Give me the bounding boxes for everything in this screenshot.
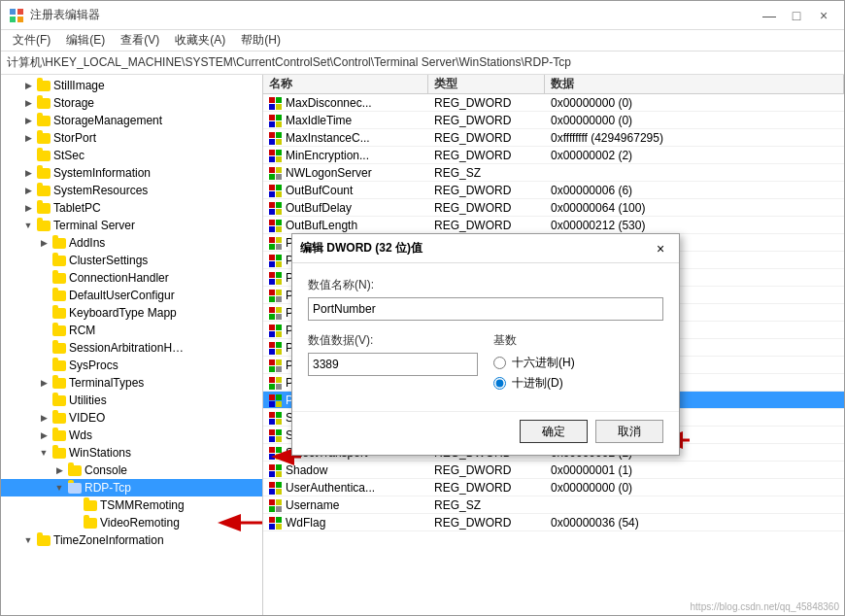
tree-label: StillImage	[53, 79, 105, 92]
tree-node-terminalserver[interactable]: ▼ Terminal Server	[1, 217, 262, 234]
col-header-type[interactable]: 类型	[428, 75, 545, 93]
value-label: 数值数据(V):	[308, 332, 478, 349]
minimize-button[interactable]: —	[757, 5, 782, 26]
expand-icon	[36, 288, 51, 303]
tree-node-stsec[interactable]: StSec	[1, 147, 262, 164]
tree-node-connectionhandler[interactable]: ConnectionHandler	[1, 269, 262, 287]
address-path: 计算机\HKEY_LOCAL_MACHINE\SYSTEM\CurrentCon…	[7, 54, 571, 71]
tree-node-stillimage[interactable]: ▶ StillImage	[1, 77, 262, 94]
dialog-close-button[interactable]: ×	[650, 238, 671, 259]
tree-label: TerminalTypes	[69, 376, 144, 390]
menu-edit[interactable]: 编辑(E)	[58, 30, 113, 51]
tree-node-video[interactable]: ▶ VIDEO	[1, 409, 262, 427]
tree-node-storage[interactable]: ▶ Storage	[1, 94, 262, 112]
expand-icon: ▶	[51, 462, 67, 478]
tree-node-sessionarbitration[interactable]: SessionArbitrationH…	[1, 339, 262, 357]
reg-row-username[interactable]: Username REG_SZ	[263, 496, 844, 514]
edit-dword-dialog: 编辑 DWORD (32 位)值 × 数值名称(N): 数值数据(V): 基数 …	[291, 233, 680, 456]
dec-radio[interactable]	[493, 377, 506, 390]
reg-row-nwlogonserver[interactable]: NWLogonServer REG_SZ	[263, 164, 844, 182]
cancel-button[interactable]: 取消	[595, 420, 663, 443]
title-controls: — □ ×	[757, 5, 836, 26]
folder-icon	[36, 78, 51, 93]
dec-radio-label[interactable]: 十进制(D)	[493, 375, 663, 392]
tree-label: Storage	[53, 96, 94, 110]
ok-button[interactable]: 确定	[520, 420, 588, 443]
value-input[interactable]	[308, 353, 478, 376]
expand-icon: ▶	[20, 165, 36, 181]
expand-icon	[36, 253, 51, 268]
tree-node-videoremoting[interactable]: VideoRemoting	[1, 514, 262, 531]
reg-row-maxinstancec[interactable]: MaxInstanceC... REG_DWORD 0xffffffff (42…	[263, 129, 844, 147]
tree-node-sysprocs[interactable]: SysProcs	[1, 357, 262, 374]
tree-node-clustersettings[interactable]: ClusterSettings	[1, 252, 262, 269]
tree-node-tsmmremoting[interactable]: TSMMRemoting	[1, 496, 262, 514]
menu-view[interactable]: 查看(V)	[113, 30, 167, 51]
menu-favorites[interactable]: 收藏夹(A)	[167, 30, 233, 51]
tree-node-winstations[interactable]: ▼ WinStations	[1, 444, 262, 462]
folder-icon	[36, 200, 51, 216]
tree-node-keyboardtype[interactable]: KeyboardType Mapp	[1, 304, 262, 322]
folder-icon	[51, 323, 67, 338]
tree-node-rcm[interactable]: RCM	[1, 322, 262, 339]
expand-icon: ▼	[20, 532, 36, 548]
maximize-button[interactable]: □	[784, 5, 809, 26]
tree-node-storagemanagement[interactable]: ▶ StorageManagement	[1, 112, 262, 129]
expand-icon: ▶	[20, 130, 36, 146]
expand-icon	[36, 270, 51, 286]
tree-label: ClusterSettings	[69, 254, 148, 267]
tree-label: AddIns	[69, 236, 105, 250]
reg-row-userauthentication[interactable]: UserAuthentica... REG_DWORD 0x00000000 (…	[263, 479, 844, 496]
reg-row-minencryption[interactable]: MinEncryption... REG_DWORD 0x00000002 (2…	[263, 147, 844, 164]
tree-node-utilities[interactable]: Utilities	[1, 392, 262, 409]
expand-icon	[67, 497, 83, 513]
tree-node-console[interactable]: ▶ Console	[1, 462, 262, 479]
hex-radio[interactable]	[493, 357, 506, 369]
reg-row-outbuflength[interactable]: OutBufLength REG_DWORD 0x00000212 (530)	[263, 217, 844, 234]
tree-label: RDP-Tcp	[84, 481, 131, 495]
tree-node-wds[interactable]: ▶ Wds	[1, 427, 262, 444]
expand-icon: ▼	[51, 480, 67, 496]
reg-row-maxidletime[interactable]: MaxIdleTime REG_DWORD 0x00000000 (0)	[263, 112, 844, 129]
reg-row-shadow[interactable]: Shadow REG_DWORD 0x00000001 (1)	[263, 462, 844, 479]
reg-row-maxdisconnec[interactable]: MaxDisconnec... REG_DWORD 0x00000000 (0)	[263, 94, 844, 112]
svg-rect-2	[10, 17, 16, 22]
col-header-data[interactable]: 数据	[545, 75, 844, 93]
tree-node-rdptcp[interactable]: ▼ RDP-Tcp	[1, 479, 262, 496]
folder-open-icon	[36, 218, 51, 233]
dialog-body: 数值名称(N): 数值数据(V): 基数 十六进制(H)	[292, 263, 679, 411]
tree-node-systeminfo[interactable]: ▶ SystemInformation	[1, 164, 262, 182]
tree-label: SystemResources	[53, 184, 148, 197]
expand-icon: ▶	[36, 428, 51, 443]
tree-node-addins[interactable]: ▶ AddIns	[1, 234, 262, 252]
reg-row-wdflag[interactable]: WdFlag REG_DWORD 0x00000036 (54)	[263, 514, 844, 531]
menu-help[interactable]: 帮助(H)	[233, 30, 288, 51]
name-input[interactable]	[308, 297, 663, 321]
tree-node-tabletpc[interactable]: ▶ TabletPC	[1, 199, 262, 217]
values-header: 名称 类型 数据	[263, 75, 844, 94]
tree-node-defaultuserconfig[interactable]: DefaultUserConfigur	[1, 287, 262, 304]
name-label: 数值名称(N):	[308, 277, 663, 293]
tree-label: WinStations	[69, 446, 131, 460]
tree-node-timezoneinfo[interactable]: ▼ TimeZoneInformation	[1, 531, 262, 549]
tree-label: Utilities	[69, 394, 107, 407]
reg-row-outbufdelay[interactable]: OutBufDelay REG_DWORD 0x00000064 (100)	[263, 199, 844, 217]
window-title: 注册表编辑器	[30, 7, 100, 23]
reg-row-outbufcount[interactable]: OutBufCount REG_DWORD 0x00000006 (6)	[263, 182, 844, 199]
tree-panel[interactable]: ▶ StillImage ▶ Storage ▶ StorageManageme…	[1, 75, 263, 615]
tree-label: TabletPC	[53, 201, 101, 215]
close-button[interactable]: ×	[811, 5, 836, 26]
tree-label: VIDEO	[69, 411, 105, 425]
tree-node-storport[interactable]: ▶ StorPort	[1, 129, 262, 147]
tree-label: SystemInformation	[53, 166, 151, 180]
expand-icon: ▶	[36, 410, 51, 426]
tree-node-sysresources[interactable]: ▶ SystemResources	[1, 182, 262, 199]
menu-file[interactable]: 文件(F)	[5, 30, 58, 51]
col-header-name[interactable]: 名称	[263, 75, 428, 93]
hex-radio-label[interactable]: 十六进制(H)	[493, 355, 663, 371]
folder-icon	[83, 515, 98, 530]
tree-node-terminaltypes[interactable]: ▶ TerminalTypes	[1, 374, 262, 392]
folder-icon	[36, 130, 51, 146]
tree-label: TSMMRemoting	[100, 498, 185, 512]
folder-icon	[36, 148, 51, 163]
